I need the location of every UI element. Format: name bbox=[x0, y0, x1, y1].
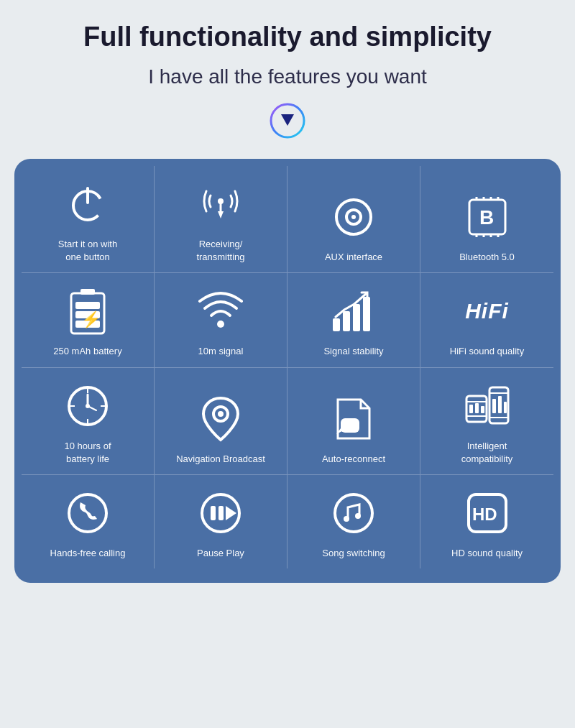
svg-rect-23 bbox=[75, 302, 100, 309]
feature-reconnect: Auto-reconnect bbox=[288, 368, 420, 475]
logo bbox=[268, 101, 307, 143]
feature-hd: HD HD sound quality bbox=[420, 475, 553, 568]
feature-power: Start it on withone button bbox=[22, 166, 155, 273]
hifi-label: HiFi sound quality bbox=[450, 345, 524, 358]
main-title: Full functionality and simplicity bbox=[83, 22, 492, 52]
signal-icon bbox=[330, 286, 377, 336]
svg-point-39 bbox=[218, 411, 224, 417]
feature-music: Song switching bbox=[288, 475, 420, 568]
aux-icon bbox=[332, 192, 375, 242]
wifi-label: 10m signal bbox=[198, 345, 244, 358]
bt-icon: B bbox=[464, 192, 511, 242]
feature-battery: ⚡ 250 mAh battery bbox=[22, 273, 155, 367]
svg-point-5 bbox=[218, 198, 224, 204]
feature-pauseplay: Pause Play bbox=[155, 475, 288, 568]
svg-point-60 bbox=[344, 516, 349, 522]
svg-rect-20 bbox=[80, 289, 95, 295]
bt-label: Bluetooth 5.0 bbox=[459, 251, 515, 264]
wifi-icon bbox=[197, 286, 244, 336]
hd-icon: HD bbox=[466, 488, 509, 538]
svg-text:HD: HD bbox=[472, 504, 497, 524]
feature-compat: Intelligentcompatibility bbox=[420, 368, 553, 475]
svg-rect-27 bbox=[343, 311, 350, 331]
reconnect-icon bbox=[334, 394, 374, 444]
pauseplay-label: Pause Play bbox=[197, 547, 244, 560]
features-grid: Start it on withone button Receiving/tra… bbox=[22, 166, 553, 568]
feature-navigation: Navigation Broadcast bbox=[155, 368, 288, 475]
svg-rect-53 bbox=[481, 406, 484, 413]
compat-label: Intelligentcompatibility bbox=[461, 440, 513, 466]
svg-point-25 bbox=[217, 321, 224, 328]
svg-text:B: B bbox=[479, 206, 494, 229]
svg-point-8 bbox=[351, 215, 356, 219]
power-label: Start it on withone button bbox=[58, 238, 117, 264]
svg-rect-26 bbox=[333, 318, 340, 331]
battery-icon: ⚡ bbox=[70, 286, 106, 336]
music-label: Song switching bbox=[322, 547, 385, 560]
svg-rect-47 bbox=[504, 402, 507, 413]
phone-icon bbox=[66, 488, 109, 538]
feature-signal: Signal stability bbox=[288, 273, 420, 367]
pauseplay-icon bbox=[199, 488, 242, 538]
feature-aux: AUX interface bbox=[288, 166, 420, 273]
music-icon bbox=[332, 488, 375, 538]
svg-point-59 bbox=[335, 494, 372, 532]
radio-label: Receiving/transmitting bbox=[196, 238, 244, 264]
svg-text:⚡: ⚡ bbox=[81, 310, 101, 329]
aux-label: AUX interface bbox=[325, 251, 382, 264]
clock-label: 10 hours ofbattery life bbox=[64, 440, 111, 466]
svg-rect-46 bbox=[498, 396, 502, 413]
clock-icon bbox=[66, 381, 109, 431]
hifi-text: HiFi bbox=[465, 299, 509, 323]
svg-rect-28 bbox=[353, 304, 360, 331]
features-panel: Start it on withone button Receiving/tra… bbox=[14, 159, 561, 583]
reconnect-label: Auto-reconnect bbox=[322, 453, 385, 466]
sub-title: I have all the features you want bbox=[148, 65, 427, 88]
svg-rect-51 bbox=[469, 405, 473, 413]
phone-label: Hands-free calling bbox=[50, 547, 126, 560]
feature-radio: Receiving/transmitting bbox=[155, 166, 288, 273]
svg-rect-56 bbox=[211, 506, 216, 520]
svg-rect-29 bbox=[363, 297, 370, 331]
power-icon bbox=[66, 179, 109, 229]
location-icon bbox=[201, 394, 241, 444]
compat-icon bbox=[464, 381, 511, 431]
feature-wifi: 10m signal bbox=[155, 273, 288, 367]
navigation-label: Navigation Broadcast bbox=[176, 453, 265, 466]
feature-clock: 10 hours ofbattery life bbox=[22, 368, 155, 475]
hd-label: HD sound quality bbox=[451, 547, 523, 560]
svg-point-37 bbox=[86, 404, 90, 408]
hifi-icon: HiFi bbox=[465, 286, 509, 336]
svg-point-61 bbox=[355, 513, 361, 519]
battery-label: 250 mAh battery bbox=[53, 345, 121, 358]
feature-hifi: HiFi HiFi sound quality bbox=[420, 273, 553, 367]
svg-rect-52 bbox=[475, 403, 479, 413]
svg-rect-45 bbox=[492, 399, 496, 413]
svg-marker-58 bbox=[226, 506, 236, 520]
radio-icon bbox=[198, 179, 244, 229]
feature-phone: Hands-free calling bbox=[22, 475, 155, 568]
signal-label: Signal stability bbox=[323, 345, 383, 358]
feature-bluetooth: B Bluetooth 5.0 bbox=[420, 166, 553, 273]
svg-rect-57 bbox=[218, 506, 224, 520]
svg-marker-1 bbox=[281, 114, 294, 126]
